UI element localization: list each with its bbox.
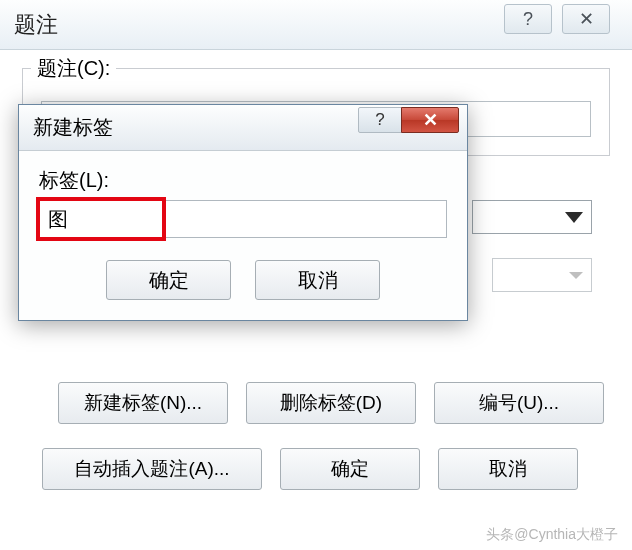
main-ok-button[interactable]: 确定 <box>280 448 420 490</box>
new-label-dialog: 新建标签 ? ✕ 标签(L): 确定 取消 <box>18 104 468 321</box>
inner-title: 新建标签 <box>33 114 113 141</box>
label-buttons-row: 新建标签(N)... 删除标签(D) 编号(U)... <box>58 382 610 424</box>
inner-ok-button[interactable]: 确定 <box>106 260 231 300</box>
chevron-down-icon <box>565 212 583 223</box>
main-title: 题注 <box>14 10 58 40</box>
delete-label-button[interactable]: 删除标签(D) <box>246 382 416 424</box>
close-icon: ✕ <box>579 8 594 30</box>
inner-buttons-row: 确定 取消 <box>39 260 447 300</box>
label-input[interactable] <box>39 200 447 238</box>
inner-body: 标签(L): 确定 取消 <box>19 151 467 320</box>
help-button[interactable]: ? <box>504 4 552 34</box>
inner-help-button[interactable]: ? <box>358 107 402 133</box>
inner-titlebar-buttons: ? ✕ <box>358 107 459 133</box>
auto-caption-button[interactable]: 自动插入题注(A)... <box>42 448 262 490</box>
dialog-buttons-row: 自动插入题注(A)... 确定 取消 <box>42 448 610 490</box>
new-label-button[interactable]: 新建标签(N)... <box>58 382 228 424</box>
numbering-button[interactable]: 编号(U)... <box>434 382 604 424</box>
inner-close-button[interactable]: ✕ <box>401 107 459 133</box>
caption-label: 题注(C): <box>31 55 116 82</box>
watermark: 头条@Cynthia大橙子 <box>486 526 618 544</box>
main-titlebar-buttons: ? ✕ <box>504 4 610 34</box>
close-icon: ✕ <box>423 109 438 131</box>
position-dropdown[interactable] <box>492 258 592 292</box>
label-prompt: 标签(L): <box>39 167 447 194</box>
main-titlebar[interactable]: 题注 ? ✕ <box>0 0 632 50</box>
help-icon: ? <box>523 9 533 30</box>
main-cancel-button[interactable]: 取消 <box>438 448 578 490</box>
help-icon: ? <box>375 110 384 130</box>
chevron-down-icon <box>569 272 583 279</box>
main-close-button[interactable]: ✕ <box>562 4 610 34</box>
inner-titlebar[interactable]: 新建标签 ? ✕ <box>19 105 467 151</box>
inner-cancel-button[interactable]: 取消 <box>255 260 380 300</box>
label-dropdown[interactable] <box>472 200 592 234</box>
label-input-wrap <box>39 200 447 238</box>
